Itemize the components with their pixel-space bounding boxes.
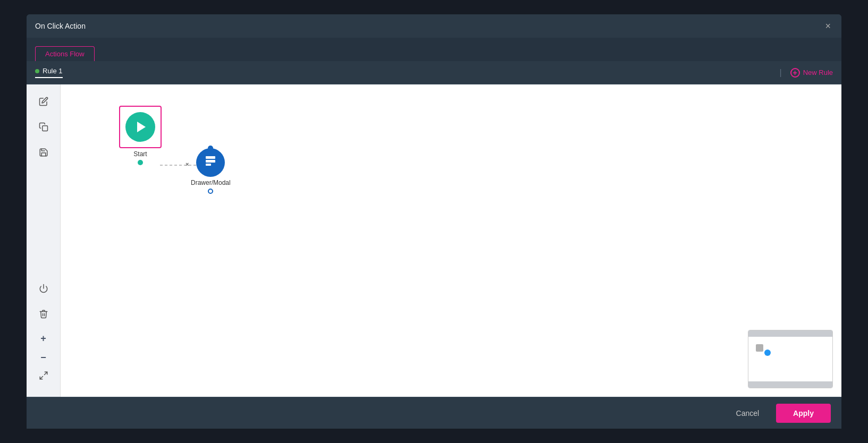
modal-wrapper: On Click Action × Actions Flow Rule 1 | … [0,0,868,443]
drawer-modal-icon [204,155,217,171]
drawer-input-dot [208,146,213,151]
svg-rect-0 [42,126,47,131]
main-content: + − [27,84,841,397]
cancel-button[interactable]: Cancel [726,405,770,422]
minimap-start-node [756,344,763,352]
new-rule-plus-icon: + [790,68,800,78]
copy-tool-button[interactable] [34,118,53,138]
save-tool-button[interactable] [34,144,53,163]
start-node-label: Start [133,150,147,158]
canvas-area[interactable]: × Start [61,84,841,397]
zoom-group: + − [36,331,51,388]
play-icon [137,122,146,132]
modal-title: On Click Action [35,22,86,30]
zoom-out-icon: − [40,352,46,363]
modal: On Click Action × Actions Flow Rule 1 | … [27,14,841,429]
connection-svg [61,84,841,397]
start-output-dot[interactable] [138,160,143,165]
title-bar: On Click Action × [27,14,841,38]
drawer-modal-node[interactable]: Drawer/Modal [191,148,231,194]
apply-button[interactable]: Apply [776,404,831,423]
divider: | [779,68,781,78]
rule-tab[interactable]: Rule 1 [35,67,63,78]
save-icon [39,148,48,159]
mini-map [748,330,833,388]
rule-status-dot [35,69,39,73]
start-circle [125,112,155,142]
edit-icon [39,97,48,108]
trash-icon [39,309,48,321]
tool-group-top [34,93,53,163]
tab-bar: Actions Flow [27,38,841,61]
drawer-modal-label: Drawer/Modal [191,179,231,186]
svg-rect-8 [206,164,211,166]
sidebar-tools: + − [27,84,61,397]
minimap-drawer-node [764,350,771,356]
delete-tool-button[interactable] [34,305,53,325]
drawer-output-dot[interactable] [208,189,213,194]
fit-icon [39,371,48,383]
power-icon [39,284,48,295]
drawer-circle [196,148,225,177]
rule-label: Rule 1 [43,67,63,75]
svg-line-3 [40,376,43,379]
zoom-in-icon: + [40,333,46,344]
connection-delete-button[interactable]: × [186,161,189,167]
svg-rect-7 [206,160,215,163]
new-rule-label: New Rule [803,69,833,76]
edit-tool-button[interactable] [34,93,53,112]
fit-button[interactable] [36,369,51,384]
close-button[interactable]: × [823,19,833,33]
tool-group-bottom [34,280,53,325]
footer: Cancel Apply [27,397,841,429]
power-tool-button[interactable] [34,280,53,299]
start-node-box[interactable] [119,106,162,148]
new-rule-button[interactable]: + New Rule [790,68,833,78]
svg-line-2 [44,372,47,374]
actions-flow-tab[interactable]: Actions Flow [35,46,95,61]
start-node[interactable]: Start [119,106,162,165]
zoom-in-button[interactable]: + [36,331,51,346]
copy-icon [39,122,48,134]
zoom-out-button[interactable]: − [36,350,51,365]
rule-bar: Rule 1 | + New Rule [27,61,841,84]
svg-rect-6 [206,156,215,159]
